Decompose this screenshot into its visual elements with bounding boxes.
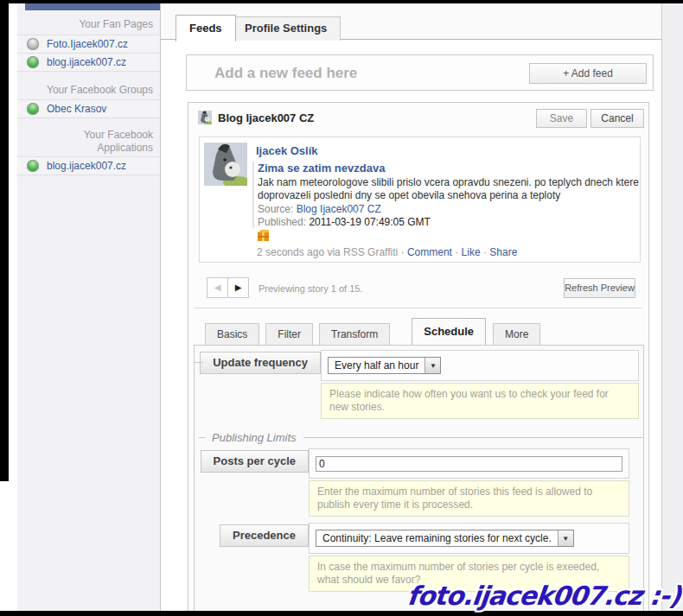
posts-per-cycle-control [309, 448, 629, 479]
author-avatar [204, 143, 247, 186]
posts-per-cycle-help: Enter the maximum number of stories this… [309, 480, 629, 517]
divider [303, 437, 643, 438]
dot-separator: · [401, 246, 405, 258]
add-feed-input[interactable] [213, 59, 501, 88]
source-label: Source: [258, 203, 293, 215]
feed-panel: Blog Ijacek007 CZ Save Cancel Ijacek Osl… [188, 102, 649, 616]
status-green-icon [27, 160, 39, 172]
sidebar-section-header: Your Facebook Groups [17, 84, 160, 97]
story-title-link[interactable]: Zima se zatim nevzdava [258, 162, 642, 175]
right-margin [661, 3, 683, 611]
tab-profile-settings[interactable]: Profile Settings [231, 16, 341, 41]
tab-schedule[interactable]: Schedule [412, 318, 486, 345]
dot-separator: · [455, 246, 458, 258]
tab-more[interactable]: More [493, 323, 540, 345]
feed-title: Blog Ijacek007 CZ [218, 111, 314, 124]
chevron-down-icon: ▼ [424, 358, 440, 373]
selected-option: Every half an hour [329, 359, 424, 372]
sidebar: Your Fan Pages Foto.Ijacek007.cz blog.ij… [17, 3, 160, 611]
sidebar-section-header: Your Fan Pages [17, 18, 160, 31]
schedule-tab-panel: Update frequency Every half an hour ▼ Pl… [194, 345, 644, 616]
update-frequency-help: Please indicate how often you want us to… [321, 383, 639, 419]
story-preview: Ijacek Oslík Zima se zatim nevzdava Jak … [199, 137, 641, 263]
story-published-row: Published: 2011-03-19 07:49:05 GMT [258, 216, 642, 228]
tab-filter[interactable]: Filter [265, 323, 313, 345]
selected-option: Continuity: Leave remaining stories for … [316, 532, 558, 544]
update-frequency-select[interactable]: Every half an hour ▼ [328, 357, 441, 374]
feed-header: Blog Ijacek007 CZ Save Cancel [188, 103, 648, 134]
update-frequency-control: Every half an hour ▼ [321, 350, 639, 381]
feed-settings-tabs: Basics Filter Transform Schedule More [205, 319, 546, 345]
posts-per-cycle-label: Posts per cycle [201, 450, 309, 473]
precedence-control: Continuity: Leave remaining stories for … [309, 523, 629, 554]
dot-separator: · [483, 246, 487, 258]
divider [194, 308, 642, 308]
story-meta: 2 seconds ago via RSS Graffiti [257, 246, 398, 258]
sidebar-section-header: Your Facebook Applications [49, 129, 160, 155]
sidebar-item-label: blog.ijacek007.cz [47, 160, 126, 172]
next-story-button[interactable]: ▶ [227, 277, 249, 298]
feed-donkey-icon [198, 111, 212, 124]
tab-feeds[interactable]: Feeds [176, 15, 236, 41]
sidebar-item-label: Obec Krasov [47, 103, 106, 115]
add-feed-panel: + Add feed [186, 54, 654, 91]
precedence-select[interactable]: Continuity: Leave remaining stories for … [316, 530, 574, 547]
comment-link[interactable]: Comment [407, 246, 452, 258]
frame-bottom-bar [0, 611, 683, 616]
sidebar-top-bar [25, 3, 160, 10]
status-gray-icon [27, 38, 39, 50]
update-frequency-label: Update frequency [200, 352, 321, 374]
like-link[interactable]: Like [462, 246, 481, 258]
story-social-row: 2 seconds ago via RSS Graffiti · Comment… [257, 246, 517, 258]
posts-per-cycle-row: Posts per cycle Enter the maximum number… [195, 448, 643, 517]
update-frequency-row: Update frequency Every half an hour ▼ Pl… [195, 350, 643, 419]
refresh-preview-button[interactable]: Refresh Preview [564, 278, 635, 298]
photo-watermark: foto.ijacek007.cz :-) [405, 581, 681, 611]
status-green-icon [27, 56, 39, 68]
publishing-limits-title: Publishing Limits [212, 431, 297, 444]
right-arrow-icon: ▶ [235, 283, 242, 292]
frame-top-bar [0, 0, 683, 3]
story-body: Jak nam meteorologove slibili prislo vce… [258, 176, 642, 202]
tab-transform[interactable]: Transform [319, 323, 390, 345]
sidebar-item-label: blog.ijacek007.cz [47, 56, 126, 68]
tab-basics[interactable]: Basics [205, 323, 259, 345]
divider [199, 437, 206, 438]
published-label: Published: [258, 216, 306, 228]
published-value: 2011-03-19 07:49:05 GMT [309, 216, 431, 228]
previous-story-button[interactable]: ◀ [207, 277, 228, 298]
preview-nav-row: ◀ ▶ Previewing story 1 of 15. Refresh Pr… [199, 276, 641, 302]
sidebar-item-obec-krasov[interactable]: Obec Krasov [17, 99, 160, 118]
sidebar-item-blog-ijacek007[interactable]: blog.ijacek007.cz [17, 53, 160, 72]
publishing-limits-legend: Publishing Limits [195, 431, 643, 444]
app-window: Your Fan Pages Foto.Ijacek007.cz blog.ij… [0, 0, 683, 616]
preview-status-text: Previewing story 1 of 15. [259, 283, 362, 294]
divider [195, 362, 203, 363]
main-content: Feeds Profile Settings + Add feed Blog I… [160, 3, 661, 611]
story-content: Zima se zatim nevzdava Jak nam meteorolo… [252, 162, 642, 228]
status-green-icon [27, 103, 39, 115]
chevron-down-icon: ▼ [558, 530, 573, 546]
left-arrow-icon: ◀ [214, 283, 221, 292]
story-source-row: Source: Blog Ijacek007 CZ [258, 203, 642, 215]
save-button[interactable]: Save [536, 109, 587, 128]
precedence-label: Precedence [220, 524, 309, 547]
gift-icon [257, 229, 270, 242]
frame-left-bar [0, 0, 9, 481]
cancel-button[interactable]: Cancel [590, 109, 644, 128]
share-link[interactable]: Share [489, 246, 517, 258]
sidebar-item-blog-app[interactable]: blog.ijacek007.cz [17, 156, 160, 175]
add-feed-button[interactable]: + Add feed [529, 63, 647, 84]
sidebar-item-foto-ijacek007[interactable]: Foto.Ijacek007.cz [17, 35, 160, 53]
posts-per-cycle-input[interactable] [316, 456, 622, 472]
source-link[interactable]: Blog Ijacek007 CZ [297, 203, 381, 215]
sidebar-item-label: Foto.Ijacek007.cz [47, 38, 128, 50]
story-author-link[interactable]: Ijacek Oslík [256, 144, 318, 157]
